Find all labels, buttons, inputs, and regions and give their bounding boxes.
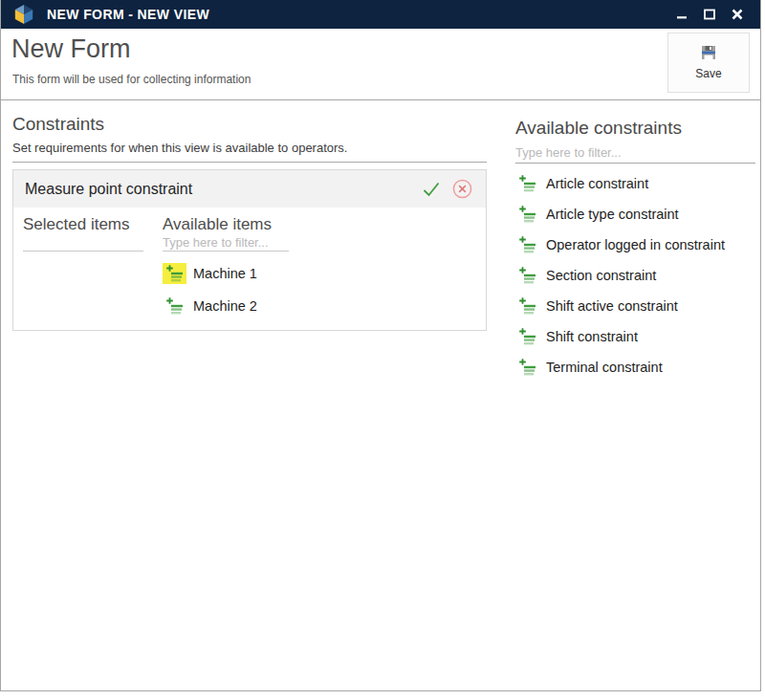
add-to-list-icon [163, 295, 186, 317]
close-icon[interactable] [730, 7, 745, 22]
save-button[interactable]: Save [667, 33, 750, 93]
add-to-list-icon [515, 357, 539, 378]
floppy-disk-icon [701, 45, 716, 63]
add-to-list-icon [163, 263, 186, 284]
add-to-list-icon [515, 265, 539, 286]
available-item[interactable]: Machine 2 [163, 295, 306, 317]
constraint-item-label: Operator logged in constraint [546, 237, 725, 252]
content: Constraints Set requirements for when th… [1, 100, 760, 690]
add-to-list-icon [515, 173, 539, 194]
form-header: New Form This form will be used for coll… [1, 29, 760, 100]
constraint-item-label: Article type constraint [546, 207, 679, 222]
constraint-item-label: Terminal constraint [546, 360, 663, 375]
minimize-icon[interactable] [674, 7, 689, 22]
constraint-item[interactable]: Article constraint [515, 173, 755, 194]
constraint-item[interactable]: Section constraint [515, 265, 755, 286]
available-items-column: Available items [163, 215, 306, 317]
constraint-item-label: Shift constraint [546, 329, 638, 344]
window-title: NEW FORM - NEW VIEW [47, 7, 209, 22]
maximize-icon[interactable] [702, 7, 717, 22]
available-item-label: Machine 1 [193, 266, 257, 281]
constraint-panel-actions [420, 177, 474, 201]
constraint-item[interactable]: Terminal constraint [515, 357, 755, 378]
constraint-item[interactable]: Shift active constraint [515, 295, 755, 317]
constraint-panel-body: Selected items Available items [13, 208, 486, 330]
add-to-list-icon [515, 326, 539, 347]
save-button-label: Save [695, 67, 721, 80]
available-constraints-list: Article constraint Article type c [515, 173, 755, 378]
constraints-title: Constraints [12, 114, 487, 135]
available-items-filter-input[interactable] [163, 234, 289, 252]
add-to-list-icon [515, 204, 539, 225]
app-window: NEW FORM - NEW VIEW New Form This form w… [0, 0, 761, 691]
available-constraints-section: Available constraints A [515, 118, 755, 378]
selected-items-filter-input[interactable] [23, 234, 143, 252]
constraints-description: Set requirements for when this view is a… [12, 141, 487, 163]
page-title: New Form [11, 34, 131, 64]
selected-items-column: Selected items [23, 215, 155, 317]
constraint-item[interactable]: Operator logged in constraint [515, 234, 755, 255]
circle-x-icon[interactable] [450, 177, 474, 201]
constraint-item-label: Shift active constraint [546, 298, 678, 314]
available-constraints-title: Available constraints [515, 118, 755, 139]
selected-items-title: Selected items [23, 215, 155, 234]
constraint-panel-title: Measure point constraint [25, 181, 192, 198]
constraint-panel-header: Measure point constraint [13, 170, 486, 208]
available-items-title: Available items [163, 215, 306, 234]
constraint-item-label: Section constraint [546, 268, 656, 283]
page-subtitle: This form will be used for collecting in… [12, 73, 251, 86]
available-item-label: Machine 2 [193, 298, 257, 314]
constraints-filter-input[interactable] [515, 142, 755, 164]
constraints-section: Constraints Set requirements for when th… [12, 114, 487, 331]
constraint-item[interactable]: Article type constraint [515, 204, 755, 225]
available-item[interactable]: Machine 1 [163, 263, 306, 284]
titlebar: NEW FORM - NEW VIEW [1, 0, 760, 29]
available-items-list: Machine 1 [163, 263, 306, 317]
add-to-list-icon [515, 234, 539, 255]
check-icon[interactable] [420, 178, 443, 201]
constraint-item[interactable]: Shift constraint [515, 326, 755, 347]
add-to-list-icon [515, 295, 539, 317]
constraint-item-label: Article constraint [546, 176, 648, 191]
measure-point-constraint-panel: Measure point constraint [12, 169, 487, 331]
app-logo-icon [13, 4, 34, 25]
window-controls [674, 0, 760, 29]
